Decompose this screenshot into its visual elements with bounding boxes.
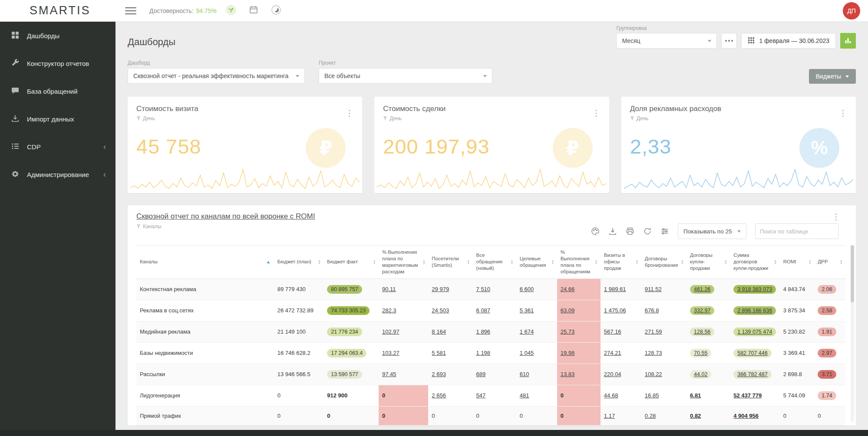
column-header[interactable]: Все обращения (новый)▴▾	[473, 246, 516, 279]
column-header[interactable]: % Выполнения плана по маркетинговым расх…	[379, 246, 428, 279]
cell-value[interactable]: 44.68	[604, 392, 618, 399]
sort-icon[interactable]: ▴▾	[775, 259, 776, 265]
value-badge[interactable]: 582 707 446	[733, 349, 772, 357]
cell-value[interactable]: 128.73	[645, 350, 662, 356]
chevron-left-icon[interactable]: ‹	[103, 170, 106, 179]
column-header[interactable]: Бюджет факт▴▾	[323, 246, 379, 279]
sort-icon[interactable]: ▴▾	[423, 259, 425, 265]
cell-value[interactable]: 2 693	[432, 371, 446, 377]
cell-value[interactable]: 5 581	[432, 350, 446, 356]
chevron-left-icon[interactable]: ‹	[103, 142, 106, 151]
cell-value[interactable]: 52 437 779	[733, 392, 762, 399]
column-header[interactable]: Бюджет (план)▴▾	[274, 246, 323, 279]
print-icon[interactable]	[626, 227, 634, 236]
cell-value[interactable]: 63.09	[561, 307, 575, 314]
cell-value[interactable]: 108.22	[645, 371, 662, 377]
column-header[interactable]: ROMI▴▾	[780, 246, 815, 279]
column-header[interactable]: ДРР▴▾	[814, 246, 845, 279]
cell-value[interactable]: 1 198	[476, 350, 491, 356]
column-header[interactable]: Каналы▲	[136, 246, 274, 279]
cell-value[interactable]: 102.97	[382, 328, 399, 335]
sort-icon[interactable]: ▴▾	[511, 259, 513, 265]
kebab-menu-button[interactable]: ⋮	[832, 212, 840, 221]
table-search-input[interactable]	[755, 223, 838, 239]
value-badge[interactable]: 366 782 487	[733, 370, 772, 379]
cell-value[interactable]: 271.59	[645, 328, 662, 335]
value-badge[interactable]: 461.26	[690, 285, 714, 294]
cell-value[interactable]: 6.81	[690, 392, 701, 399]
value-badge[interactable]: 70.55	[690, 349, 711, 357]
sidebar-item-report-builder[interactable]: Конструктор отчетов	[0, 49, 116, 77]
sort-icon[interactable]: ▴▾	[809, 259, 811, 265]
palette-icon[interactable]	[591, 227, 600, 236]
cell-value[interactable]: 1 989.61	[604, 286, 626, 292]
sort-icon[interactable]: ▴▾	[595, 259, 597, 265]
cell-value[interactable]: 1 475.06	[604, 307, 626, 314]
cell-value[interactable]: 6 087	[476, 307, 491, 314]
cell-value[interactable]: 97.45	[382, 371, 396, 377]
refresh-icon[interactable]	[643, 227, 652, 236]
sort-icon[interactable]: ▴▾	[725, 259, 726, 265]
column-header[interactable]: Сумма договоров купли-продажи▴▾	[730, 246, 779, 279]
cell-value[interactable]: 1 896	[476, 328, 491, 335]
sort-icon[interactable]: ▴▾	[552, 259, 554, 265]
cell-value[interactable]: 24 503	[432, 307, 449, 314]
column-header[interactable]: % Выполнения плана по обращениям▴▾	[557, 246, 601, 279]
kebab-menu-button[interactable]: ⋮	[592, 105, 601, 121]
page-size-select[interactable]: Показывать по 25	[678, 223, 746, 239]
calendar-button[interactable]	[245, 3, 262, 19]
cell-value[interactable]: 610	[520, 371, 529, 377]
cell-value[interactable]: 16.85	[645, 392, 659, 399]
kebab-menu-button[interactable]: ⋮	[345, 105, 353, 121]
cell-value[interactable]: 90.11	[382, 286, 396, 292]
scrollbar-thumb[interactable]	[851, 245, 854, 302]
avatar[interactable]: ДП	[843, 2, 860, 20]
value-badge[interactable]: 332.97	[690, 306, 714, 315]
table-scrollbar[interactable]	[851, 245, 854, 422]
cell-value[interactable]: 2 656	[432, 392, 446, 399]
cell-value[interactable]: 220.04	[604, 371, 621, 377]
sidebar-item-data-import[interactable]: Импорт данных	[0, 105, 116, 133]
cell-value[interactable]: 1.17	[604, 413, 615, 419]
more-options-button[interactable]	[721, 33, 737, 49]
cell-value[interactable]: 676.8	[645, 307, 659, 314]
theme-toggle-button[interactable]	[268, 3, 284, 19]
column-settings-icon[interactable]	[660, 227, 669, 236]
compare-button[interactable]	[840, 33, 856, 49]
cell-value[interactable]: 8 164	[432, 328, 446, 335]
widgets-button[interactable]: Виджеты	[809, 69, 856, 84]
cell-value[interactable]: 7 510	[476, 286, 491, 292]
project-select[interactable]: Все объекты	[319, 68, 492, 84]
date-range-button[interactable]: 1 февраля — 30.06.2023	[741, 33, 836, 49]
value-badge[interactable]: 44.02	[690, 370, 711, 379]
sort-icon[interactable]: ▴▾	[468, 259, 469, 265]
value-badge[interactable]: 3 918 383 073	[733, 285, 776, 294]
cell-value[interactable]: 24.66	[561, 286, 575, 292]
sort-icon[interactable]: ▴▾	[840, 259, 842, 265]
cell-value[interactable]: 103.27	[382, 350, 399, 356]
sort-icon[interactable]: ▴▾	[373, 259, 375, 265]
column-header[interactable]: Договоры бронирования▴▾	[641, 246, 686, 279]
column-header[interactable]: Целевые обращения▴▾	[516, 246, 557, 279]
sidebar-item-administration[interactable]: Администрирование ‹	[0, 161, 116, 188]
cell-value[interactable]: 19.98	[561, 350, 575, 356]
cell-value[interactable]: 1 045	[520, 350, 534, 356]
cell-value[interactable]: 25.73	[561, 328, 575, 335]
dashboard-select[interactable]: Сквозной отчет - реальная эффективность …	[128, 68, 305, 84]
table-title-link[interactable]: Сквозной отчет по каналам по всей воронк…	[136, 212, 315, 221]
sidebar-item-dashboards[interactable]: Дашборды	[0, 22, 116, 49]
value-badge[interactable]: 128.56	[690, 328, 714, 336]
sidebar-item-requests-base[interactable]: База обращений	[0, 77, 116, 105]
kebab-menu-button[interactable]: ⋮	[839, 105, 847, 121]
cell-value[interactable]: 1 674	[520, 328, 534, 335]
sort-asc-icon[interactable]: ▲	[266, 259, 271, 265]
cell-value[interactable]: 547	[476, 392, 486, 399]
cell-value[interactable]: 6 600	[520, 286, 534, 292]
column-header[interactable]: Визиты в офисы продаж▴▾	[601, 246, 641, 279]
grouping-select[interactable]: Месяц	[616, 33, 717, 49]
cell-value[interactable]: 13.83	[561, 371, 575, 377]
cell-value[interactable]: 4 904 956	[733, 413, 759, 419]
cell-value[interactable]: 911.52	[645, 286, 662, 292]
column-header[interactable]: Договоры купли-продажи▴▾	[686, 246, 730, 279]
cell-value[interactable]: 0.82	[690, 413, 701, 419]
